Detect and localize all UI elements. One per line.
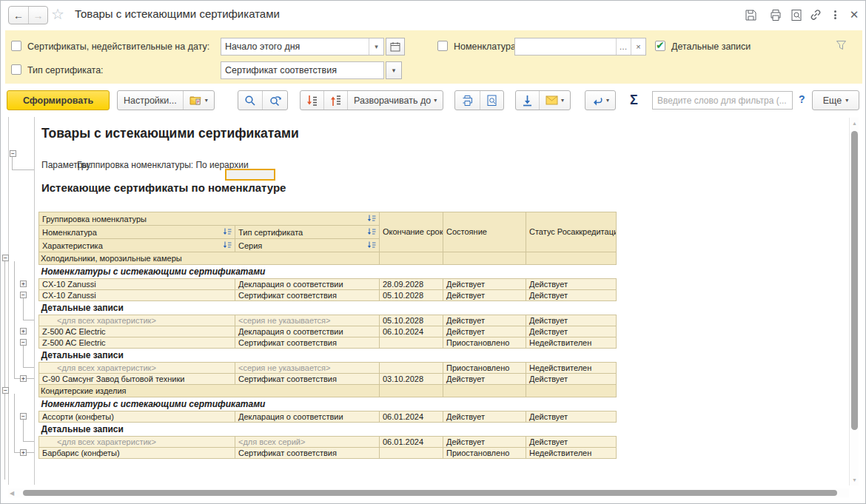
more-menu-icon[interactable] — [827, 7, 843, 23]
nomenclature-label[interactable]: Номенклатура: — [454, 41, 518, 52]
table-cell[interactable]: CX-10 Zanussi — [39, 279, 235, 290]
search-button[interactable] — [238, 91, 262, 110]
table-cell[interactable]: Номенклатуры с истекающими сертификатами — [39, 265, 617, 279]
print-preview-button[interactable] — [480, 91, 503, 110]
settings-button[interactable]: Настройки... — [118, 91, 183, 110]
detail-records-label[interactable]: Детальные записи — [671, 41, 751, 52]
column-header-series[interactable]: Серия — [235, 239, 380, 252]
forward-button[interactable]: → — [28, 7, 47, 24]
table-cell[interactable]: Действует — [443, 279, 526, 290]
vertical-scroll-thumb[interactable] — [851, 131, 858, 430]
more-button[interactable]: Еще ▾ — [812, 90, 859, 110]
table-cell[interactable]: Декларация о соответствии — [235, 279, 380, 290]
table-cell[interactable]: Недействителен — [526, 337, 617, 349]
table-cell[interactable]: Действует — [526, 290, 617, 301]
table-cell[interactable] — [443, 385, 526, 397]
table-cell[interactable]: Детальные записи — [39, 423, 617, 437]
table-cell[interactable]: С-90 Самсунг Завод бытовой техники — [39, 374, 235, 385]
table-cell[interactable]: <для всех серий> — [235, 437, 380, 448]
chevron-down-icon[interactable]: ▾ — [369, 38, 383, 55]
table-cell[interactable]: Действует — [526, 411, 617, 423]
table-cell[interactable] — [380, 252, 443, 265]
save-icon[interactable] — [742, 7, 759, 23]
cert-type-checkbox[interactable] — [11, 64, 21, 75]
scroll-left-icon[interactable]: ◀ — [10, 490, 14, 497]
expand-groups-button[interactable] — [301, 91, 323, 110]
table-cell[interactable]: Действует — [526, 326, 617, 337]
table-cell[interactable]: Детальные записи — [39, 301, 617, 315]
collapse-expander[interactable]: − — [2, 387, 9, 394]
close-icon[interactable]: ✕ — [846, 7, 862, 23]
cert-type-input[interactable] — [221, 62, 383, 78]
expand-expander[interactable]: + — [20, 449, 27, 456]
table-cell[interactable]: Приостановлено — [443, 448, 526, 459]
sort-icon[interactable] — [223, 241, 232, 249]
selected-cell[interactable] — [225, 169, 275, 181]
expand-expander[interactable]: + — [20, 280, 27, 287]
collapse-expander[interactable]: − — [20, 339, 27, 346]
table-cell[interactable] — [380, 385, 443, 397]
clear-icon[interactable]: × — [631, 38, 645, 55]
collapse-expander[interactable]: − — [2, 255, 9, 261]
expand-expander[interactable]: + — [20, 328, 27, 335]
report-section-title[interactable]: Истекающие сертификаты по номенклатуре — [41, 181, 286, 194]
table-cell[interactable]: Действует — [526, 437, 617, 448]
expand-expander[interactable]: + — [20, 375, 27, 382]
nomenclature-checkbox[interactable] — [437, 41, 448, 51]
table-cell[interactable]: CX-10 Zanussi — [39, 290, 235, 301]
table-cell[interactable]: Действует — [526, 279, 617, 290]
table-cell[interactable]: 06.01.2024 — [380, 437, 443, 448]
filter-funnel-icon[interactable] — [836, 40, 847, 53]
nomenclature-input[interactable] — [515, 38, 616, 55]
collapse-expander[interactable]: − — [10, 150, 16, 157]
table-cell[interactable]: Декларация о соответствии — [235, 411, 380, 423]
table-cell[interactable]: Кондитерские изделия — [39, 385, 380, 397]
sort-icon[interactable] — [367, 215, 376, 223]
table-cell[interactable]: Номенклатуры с истекающими сертификатами — [39, 397, 617, 411]
column-header-nomenclature[interactable]: Номенклатура — [39, 226, 235, 239]
collapse-expander[interactable]: − — [20, 413, 27, 420]
horizontal-scrollbar[interactable]: ◀ — [8, 488, 849, 497]
quick-filter-input[interactable] — [652, 91, 793, 110]
table-cell[interactable]: Приостановлено — [443, 363, 526, 374]
table-cell[interactable] — [443, 252, 526, 265]
table-cell[interactable] — [380, 363, 443, 374]
sort-icon[interactable] — [223, 228, 232, 236]
table-cell[interactable]: 05.10.2028 — [380, 290, 443, 301]
table-cell[interactable]: <серия не указывается> — [235, 363, 380, 374]
table-cell[interactable]: Сертификат соответствия — [235, 290, 380, 301]
report-variants-button[interactable]: ▾ — [183, 91, 214, 110]
save-result-button[interactable] — [516, 91, 539, 110]
table-cell[interactable]: Декларация о соответствии — [235, 326, 380, 337]
table-cell[interactable]: Действует — [526, 374, 617, 385]
link-icon[interactable] — [808, 7, 824, 23]
report-parameters[interactable]: Параметры: Группировка номенклатуры: По … — [41, 160, 91, 170]
table-cell[interactable]: 05.10.2028 — [380, 315, 443, 326]
column-header-expiry[interactable]: Окончание срока действия — [380, 212, 443, 252]
table-cell[interactable]: Z-500 AC Electric — [39, 337, 235, 349]
table-cell[interactable]: Z-500 AC Electric — [39, 326, 235, 337]
table-cell[interactable]: Действует — [443, 315, 526, 326]
column-header-characteristic[interactable]: Характеристика — [39, 239, 235, 252]
table-cell[interactable]: 06.10.2024 — [380, 326, 443, 337]
table-cell[interactable]: Недействителен — [526, 448, 617, 459]
search-next-button[interactable] — [262, 91, 287, 110]
table-cell[interactable]: Холодильники, морозильные камеры — [39, 252, 380, 265]
print-button[interactable] — [455, 91, 480, 110]
column-header-accreditation[interactable]: Статус Росаккредитации — [526, 212, 617, 252]
expand-to-button[interactable]: Разворачивать до ▾ — [347, 91, 443, 110]
table-cell[interactable]: Приостановлено — [443, 337, 526, 349]
column-header-cert-type[interactable]: Тип сертификата — [235, 226, 380, 239]
table-cell[interactable] — [380, 337, 443, 349]
horizontal-scroll-thumb[interactable] — [23, 490, 837, 496]
table-cell[interactable]: <для всех характеристик> — [39, 437, 235, 448]
help-button[interactable]: ? — [799, 93, 805, 105]
cert-invalid-date-input[interactable] — [221, 38, 369, 55]
table-cell[interactable]: Сертификат соответствия — [235, 374, 380, 385]
vertical-scrollbar[interactable]: ▲ ▼ — [849, 118, 859, 485]
choose-icon[interactable]: … — [616, 38, 631, 55]
print-icon[interactable] — [768, 7, 784, 23]
back-button[interactable]: ← — [9, 7, 28, 24]
table-cell[interactable]: Действует — [443, 374, 526, 385]
table-cell[interactable]: Действует — [443, 437, 526, 448]
